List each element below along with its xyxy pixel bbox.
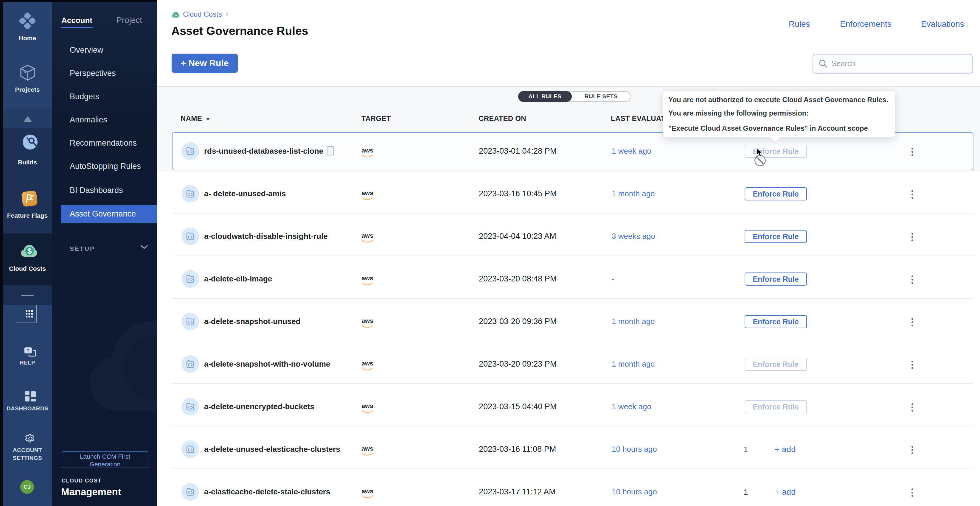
svg-text:$: $ bbox=[27, 247, 32, 255]
svg-text:?: ? bbox=[27, 348, 30, 353]
svg-text:$: $ bbox=[175, 13, 177, 17]
